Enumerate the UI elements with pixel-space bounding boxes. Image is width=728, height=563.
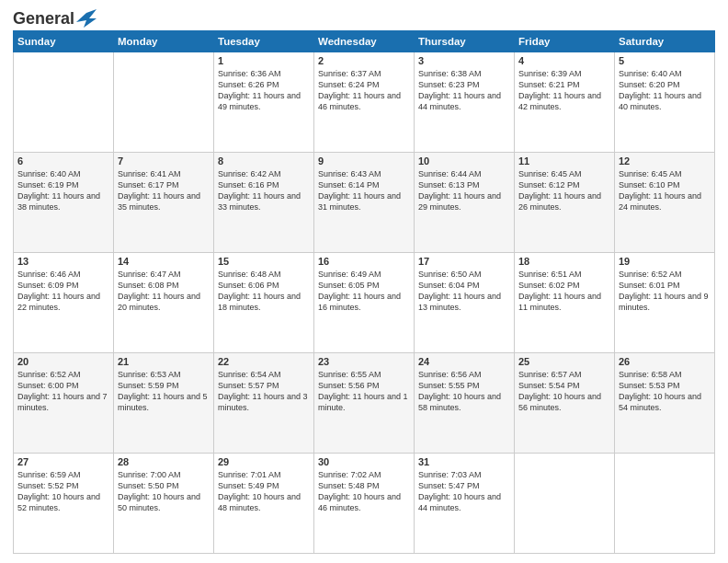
day-info: Sunrise: 6:51 AM Sunset: 6:02 PM Dayligh… <box>518 269 610 314</box>
calendar-header-row: SundayMondayTuesdayWednesdayThursdayFrid… <box>14 31 715 52</box>
day-info: Sunrise: 6:45 AM Sunset: 6:10 PM Dayligh… <box>619 168 711 213</box>
day-number: 5 <box>619 55 711 66</box>
calendar-cell: 8Sunrise: 6:42 AM Sunset: 6:16 PM Daylig… <box>214 153 314 253</box>
day-number: 27 <box>17 456 109 467</box>
day-info: Sunrise: 7:03 AM Sunset: 5:47 PM Dayligh… <box>418 469 510 514</box>
day-number: 26 <box>619 356 711 367</box>
day-info: Sunrise: 6:44 AM Sunset: 6:13 PM Dayligh… <box>418 168 510 213</box>
day-number: 1 <box>218 55 310 66</box>
day-info: Sunrise: 6:52 AM Sunset: 6:01 PM Dayligh… <box>619 269 711 314</box>
day-number: 15 <box>218 256 310 267</box>
day-info: Sunrise: 6:50 AM Sunset: 6:04 PM Dayligh… <box>418 269 510 314</box>
calendar-cell: 3Sunrise: 6:38 AM Sunset: 6:23 PM Daylig… <box>415 52 515 153</box>
svg-marker-0 <box>76 9 97 28</box>
calendar-table: SundayMondayTuesdayWednesdayThursdayFrid… <box>13 30 715 554</box>
calendar-cell <box>515 454 615 554</box>
day-info: Sunrise: 6:53 AM Sunset: 5:59 PM Dayligh… <box>118 369 210 414</box>
calendar-cell: 22Sunrise: 6:54 AM Sunset: 5:57 PM Dayli… <box>214 353 314 454</box>
day-number: 24 <box>418 356 510 367</box>
day-number: 17 <box>418 256 510 267</box>
day-number: 23 <box>318 356 410 367</box>
day-info: Sunrise: 6:41 AM Sunset: 6:17 PM Dayligh… <box>118 168 210 213</box>
day-number: 20 <box>17 356 109 367</box>
day-number: 29 <box>218 456 310 467</box>
day-number: 12 <box>619 155 711 167</box>
calendar-week-1: 1Sunrise: 6:36 AM Sunset: 6:26 PM Daylig… <box>14 52 715 153</box>
calendar-cell: 1Sunrise: 6:36 AM Sunset: 6:26 PM Daylig… <box>214 52 314 153</box>
header: General <box>13 9 715 25</box>
day-number: 25 <box>518 356 610 367</box>
day-number: 8 <box>218 155 310 167</box>
calendar-cell: 16Sunrise: 6:49 AM Sunset: 6:05 PM Dayli… <box>314 253 415 353</box>
day-number: 10 <box>418 155 510 167</box>
day-number: 30 <box>318 456 410 467</box>
calendar-cell: 14Sunrise: 6:47 AM Sunset: 6:08 PM Dayli… <box>114 253 214 353</box>
calendar-cell <box>114 52 214 153</box>
day-info: Sunrise: 6:45 AM Sunset: 6:12 PM Dayligh… <box>518 168 610 213</box>
day-info: Sunrise: 6:55 AM Sunset: 5:56 PM Dayligh… <box>318 369 410 414</box>
day-info: Sunrise: 7:01 AM Sunset: 5:49 PM Dayligh… <box>218 469 310 514</box>
col-header-saturday: Saturday <box>615 31 715 52</box>
day-number: 31 <box>418 456 510 467</box>
col-header-tuesday: Tuesday <box>214 31 314 52</box>
calendar-cell: 31Sunrise: 7:03 AM Sunset: 5:47 PM Dayli… <box>415 454 515 554</box>
day-info: Sunrise: 6:39 AM Sunset: 6:21 PM Dayligh… <box>518 68 610 113</box>
day-info: Sunrise: 6:47 AM Sunset: 6:08 PM Dayligh… <box>118 269 210 314</box>
day-number: 14 <box>118 256 210 267</box>
calendar-week-4: 20Sunrise: 6:52 AM Sunset: 6:00 PM Dayli… <box>14 353 715 454</box>
day-number: 16 <box>318 256 410 267</box>
day-number: 18 <box>518 256 610 267</box>
day-info: Sunrise: 6:40 AM Sunset: 6:20 PM Dayligh… <box>619 68 711 113</box>
day-number: 4 <box>518 55 610 66</box>
calendar-cell: 29Sunrise: 7:01 AM Sunset: 5:49 PM Dayli… <box>214 454 314 554</box>
day-number: 7 <box>118 155 210 167</box>
day-info: Sunrise: 6:59 AM Sunset: 5:52 PM Dayligh… <box>17 469 109 514</box>
calendar-cell: 2Sunrise: 6:37 AM Sunset: 6:24 PM Daylig… <box>314 52 415 153</box>
calendar-week-3: 13Sunrise: 6:46 AM Sunset: 6:09 PM Dayli… <box>14 253 715 353</box>
page: General SundayMondayTuesdayWednesdayThur… <box>0 0 728 563</box>
col-header-friday: Friday <box>515 31 615 52</box>
calendar-cell: 20Sunrise: 6:52 AM Sunset: 6:00 PM Dayli… <box>14 353 114 454</box>
day-info: Sunrise: 6:46 AM Sunset: 6:09 PM Dayligh… <box>17 269 109 314</box>
logo: General <box>13 9 97 25</box>
day-number: 19 <box>619 256 711 267</box>
logo-bird-icon <box>76 9 97 28</box>
day-info: Sunrise: 6:57 AM Sunset: 5:54 PM Dayligh… <box>518 369 610 414</box>
day-info: Sunrise: 6:43 AM Sunset: 6:14 PM Dayligh… <box>318 168 410 213</box>
day-info: Sunrise: 6:38 AM Sunset: 6:23 PM Dayligh… <box>418 68 510 113</box>
calendar-cell: 7Sunrise: 6:41 AM Sunset: 6:17 PM Daylig… <box>114 153 214 253</box>
calendar-week-2: 6Sunrise: 6:40 AM Sunset: 6:19 PM Daylig… <box>14 153 715 253</box>
day-number: 6 <box>17 155 109 167</box>
calendar-cell: 4Sunrise: 6:39 AM Sunset: 6:21 PM Daylig… <box>515 52 615 153</box>
day-info: Sunrise: 6:42 AM Sunset: 6:16 PM Dayligh… <box>218 168 310 213</box>
calendar-cell: 15Sunrise: 6:48 AM Sunset: 6:06 PM Dayli… <box>214 253 314 353</box>
calendar-cell: 10Sunrise: 6:44 AM Sunset: 6:13 PM Dayli… <box>415 153 515 253</box>
day-info: Sunrise: 6:58 AM Sunset: 5:53 PM Dayligh… <box>619 369 711 414</box>
calendar-cell: 9Sunrise: 6:43 AM Sunset: 6:14 PM Daylig… <box>314 153 415 253</box>
col-header-thursday: Thursday <box>415 31 515 52</box>
calendar-cell: 5Sunrise: 6:40 AM Sunset: 6:20 PM Daylig… <box>615 52 715 153</box>
calendar-cell: 18Sunrise: 6:51 AM Sunset: 6:02 PM Dayli… <box>515 253 615 353</box>
calendar-cell: 30Sunrise: 7:02 AM Sunset: 5:48 PM Dayli… <box>314 454 415 554</box>
calendar-cell: 28Sunrise: 7:00 AM Sunset: 5:50 PM Dayli… <box>114 454 214 554</box>
calendar-cell: 26Sunrise: 6:58 AM Sunset: 5:53 PM Dayli… <box>615 353 715 454</box>
calendar-cell: 21Sunrise: 6:53 AM Sunset: 5:59 PM Dayli… <box>114 353 214 454</box>
calendar-cell: 11Sunrise: 6:45 AM Sunset: 6:12 PM Dayli… <box>515 153 615 253</box>
day-number: 3 <box>418 55 510 66</box>
calendar-cell: 25Sunrise: 6:57 AM Sunset: 5:54 PM Dayli… <box>515 353 615 454</box>
day-info: Sunrise: 6:49 AM Sunset: 6:05 PM Dayligh… <box>318 269 410 314</box>
day-info: Sunrise: 6:56 AM Sunset: 5:55 PM Dayligh… <box>418 369 510 414</box>
day-info: Sunrise: 6:48 AM Sunset: 6:06 PM Dayligh… <box>218 269 310 314</box>
day-info: Sunrise: 6:36 AM Sunset: 6:26 PM Dayligh… <box>218 68 310 113</box>
col-header-sunday: Sunday <box>14 31 114 52</box>
col-header-monday: Monday <box>114 31 214 52</box>
col-header-wednesday: Wednesday <box>314 31 415 52</box>
day-info: Sunrise: 6:40 AM Sunset: 6:19 PM Dayligh… <box>17 168 109 213</box>
day-number: 22 <box>218 356 310 367</box>
day-number: 13 <box>17 256 109 267</box>
calendar-cell: 13Sunrise: 6:46 AM Sunset: 6:09 PM Dayli… <box>14 253 114 353</box>
day-number: 9 <box>318 155 410 167</box>
calendar-cell <box>615 454 715 554</box>
calendar-week-5: 27Sunrise: 6:59 AM Sunset: 5:52 PM Dayli… <box>14 454 715 554</box>
day-info: Sunrise: 7:00 AM Sunset: 5:50 PM Dayligh… <box>118 469 210 514</box>
